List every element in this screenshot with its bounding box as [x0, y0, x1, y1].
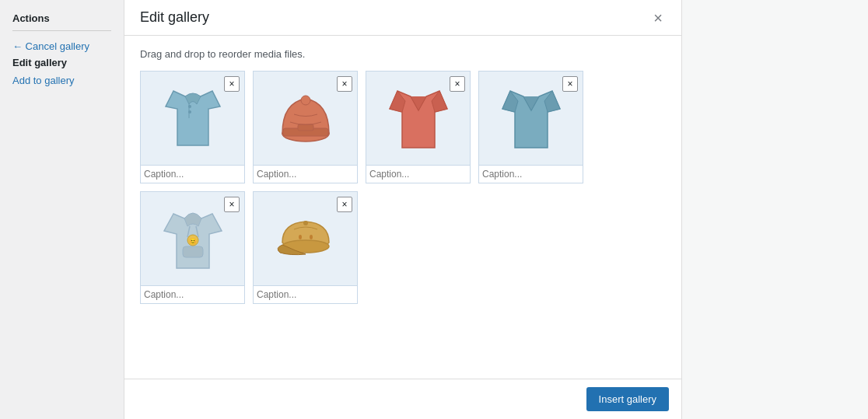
modal-title: Edit gallery: [140, 9, 209, 26]
item-1-caption[interactable]: [141, 165, 244, 183]
remove-item-6-button[interactable]: ×: [337, 197, 352, 212]
close-button[interactable]: ×: [650, 10, 666, 26]
gallery-grid: × ×: [140, 71, 666, 304]
remove-item-5-button[interactable]: ×: [224, 197, 240, 212]
item-6-caption[interactable]: [254, 285, 357, 303]
edit-gallery-sidebar-label: Edit gallery: [12, 57, 111, 68]
sidebar: Actions ← Cancel gallery Edit gallery Ad…: [0, 0, 124, 419]
svg-point-2: [188, 110, 191, 113]
sidebar-divider: [12, 30, 111, 31]
main-panel: Edit gallery × Drag and drop to reorder …: [124, 0, 681, 419]
item-5-caption[interactable]: [141, 285, 244, 303]
svg-rect-7: [183, 246, 203, 257]
gallery-item: ×: [478, 71, 583, 183]
gallery-item: ×: [366, 71, 471, 183]
svg-point-15: [310, 235, 313, 239]
remove-item-2-button[interactable]: ×: [337, 76, 352, 92]
gallery-item: × 😊: [140, 191, 245, 304]
gallery-item: ×: [253, 71, 358, 183]
gallery-area: Drag and drop to reorder media files. ×: [124, 36, 681, 419]
gallery-item: ×: [253, 191, 358, 304]
actions-label: Actions: [12, 12, 111, 24]
modal-header: Edit gallery ×: [124, 0, 681, 36]
svg-rect-5: [298, 124, 313, 131]
item-4-caption[interactable]: [479, 165, 583, 183]
svg-point-6: [301, 96, 310, 105]
add-to-gallery-link[interactable]: Add to gallery: [12, 75, 111, 86]
remove-item-1-button[interactable]: ×: [224, 76, 240, 92]
svg-text:😊: 😊: [189, 237, 197, 245]
gallery-item: ×: [140, 71, 245, 183]
svg-point-13: [303, 221, 308, 225]
cancel-gallery-link[interactable]: ← Cancel gallery: [12, 40, 111, 52]
remove-item-4-button[interactable]: ×: [562, 76, 578, 92]
modal-footer: Insert gallery: [124, 379, 681, 419]
insert-gallery-button[interactable]: Insert gallery: [586, 387, 669, 411]
remove-item-3-button[interactable]: ×: [450, 76, 465, 92]
right-panel: [681, 0, 868, 419]
item-3-caption[interactable]: [366, 165, 470, 183]
svg-point-1: [188, 105, 191, 108]
svg-point-14: [299, 235, 302, 239]
item-2-caption[interactable]: [254, 165, 357, 183]
drag-hint: Drag and drop to reorder media files.: [140, 48, 666, 60]
